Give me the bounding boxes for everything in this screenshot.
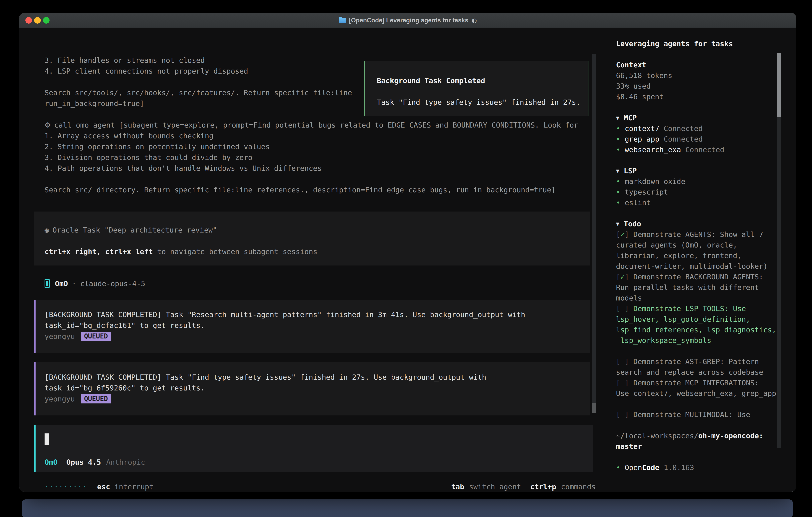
minimize-button[interactable] [34, 17, 41, 24]
task-message-line: task_id="bg_6f59260c" to get results. [45, 383, 590, 393]
folder-icon [339, 18, 346, 23]
omo-agent-icon [45, 279, 50, 288]
oracle-icon: ◉ [45, 225, 49, 236]
switch-agent-label: switch agent [469, 482, 521, 492]
mcp-item: •context7 Connected [616, 123, 796, 134]
zoom-button[interactable] [43, 17, 50, 24]
sidebar-scrollbar-thumb[interactable] [777, 53, 781, 117]
output-line [45, 174, 578, 185]
prompt-input[interactable]: OmO Opus 4.5 Anthropic [34, 425, 593, 472]
toast-notification: Background Task Completed Task "Find typ… [365, 61, 588, 116]
bullet-icon: • [616, 135, 620, 143]
task-message-line: task_id="bg_dcfac161" to get results. [45, 320, 590, 331]
lsp-heading: LSP [624, 166, 637, 176]
mcp-item-status: Connected [685, 145, 724, 154]
esc-key-hint: esc [97, 482, 110, 492]
branch-name: master [616, 441, 796, 452]
context-heading: Context [616, 60, 796, 70]
background-window [22, 499, 793, 517]
output-line: 2. String operations on potentially unde… [45, 141, 578, 152]
mcp-section-header[interactable]: ▼ MCP [616, 113, 796, 123]
traffic-lights [25, 17, 50, 24]
mcp-item: •websearch_exa Connected [616, 144, 796, 155]
main-scrollbar-thumb[interactable] [592, 403, 596, 413]
todo-item-done: [✓] Demonstrate AGENTS: Show all 7 curat… [616, 229, 796, 272]
mcp-item-status: Connected [664, 135, 703, 143]
input-cursor [45, 433, 49, 445]
terminal-output-top: 3. File handles or streams not closed 4.… [45, 55, 352, 109]
session-title: Leveraging agents for tasks [616, 38, 796, 49]
context-tokens: 66,518 tokens [616, 70, 796, 81]
terminal-window: [OpenCode] Leveraging agents for tasks ◐… [19, 13, 796, 492]
output-line: 4. LSP client connections not properly d… [45, 66, 352, 77]
titlebar[interactable]: [OpenCode] Leveraging agents for tasks ◐ [19, 13, 796, 28]
window-title-group: [OpenCode] Leveraging agents for tasks ◐ [339, 17, 477, 24]
tool-call-line: call_omo_agent [subagent_type=explore, p… [54, 120, 578, 131]
workspace-path: ~/local-workspaces/oh-my-opencode: [616, 430, 796, 441]
todo-item-pending: [ ] Demonstrate MULTIMODAL: Use [616, 409, 796, 420]
mcp-item-status: Connected [664, 124, 703, 133]
todo-item-current: [ ] Demonstrate LSP TOOLS: Use lsp_hover… [616, 303, 796, 346]
todo-item-done: [✓] Demonstrate BACKGROUND AGENTS: Run p… [616, 272, 796, 303]
lsp-item: •eslint [616, 197, 796, 208]
sidebar-scrollbar-track [777, 53, 781, 448]
agent-name: OmO [55, 279, 68, 288]
check-icon: ✓ [620, 273, 625, 281]
task-message-line: [BACKGROUND TASK COMPLETED] Task "Resear… [45, 309, 590, 320]
output-line: 3. File handles or streams not closed [45, 55, 352, 66]
mcp-item-name: context7 [625, 124, 659, 133]
bullet-icon: • [616, 198, 620, 207]
spinner-dots: ········· [45, 482, 87, 492]
ctrl-p-key-hint: ctrl+p [530, 482, 556, 492]
bullet-icon: • [616, 463, 620, 472]
bullet-icon: • [616, 145, 620, 154]
lsp-item-name: markdown-oxide [625, 177, 685, 186]
lsp-section-header[interactable]: ▼ LSP [616, 166, 796, 176]
gear-icon: ⚙ [45, 120, 51, 131]
output-line: run_in_background=true] [45, 98, 352, 109]
bullet-icon: • [616, 188, 620, 196]
session-progress-icon: ◐ [471, 17, 477, 24]
input-model-name: Opus 4.5 [66, 458, 101, 466]
task-block: [BACKGROUND TASK COMPLETED] Task "Find t… [34, 362, 590, 415]
context-spent: $0.46 spent [616, 91, 796, 102]
todo-section-header[interactable]: ▼ Todo [616, 219, 796, 229]
queued-badge: QUEUED [81, 394, 111, 404]
main-scrollbar-track [592, 54, 596, 413]
collapse-icon: ▼ [616, 113, 619, 123]
commands-label: commands [561, 482, 596, 492]
output-line: Search src/ directory. Return specific f… [45, 185, 578, 195]
mcp-heading: MCP [624, 113, 637, 123]
task-author: yeongyu [45, 332, 75, 341]
lsp-item-name: typescript [625, 188, 668, 196]
output-line: 4. Path operations that don't handle Win… [45, 163, 578, 174]
collapse-icon: ▼ [616, 166, 619, 176]
close-button[interactable] [25, 17, 32, 24]
terminal-content: 3. File handles or streams not closed 4.… [19, 28, 796, 492]
agent-model: claude-opus-4-5 [80, 279, 145, 288]
mcp-item-name: websearch_exa [625, 145, 681, 154]
collapse-icon: ▼ [616, 219, 619, 229]
input-model-row: OmO Opus 4.5 Anthropic [45, 457, 593, 467]
toast-title: Background Task Completed [377, 75, 588, 86]
status-bar: ········· esc interrupt tab switch agent… [45, 482, 596, 492]
lsp-item: •typescript [616, 187, 796, 197]
todo-item-pending: [ ] Demonstrate MCP INTEGRATIONS: Use co… [616, 377, 796, 399]
output-line [45, 77, 352, 87]
mcp-item: •grep_app Connected [616, 134, 796, 144]
todo-heading: Todo [624, 219, 641, 229]
mcp-item-name: grep_app [625, 135, 659, 143]
task-message-line: [BACKGROUND TASK COMPLETED] Task "Find t… [45, 372, 590, 383]
lsp-item-name: eslint [625, 198, 651, 207]
bullet-icon: • [616, 124, 620, 133]
lsp-item: •markdown-oxide [616, 176, 796, 187]
tool-call-output: ⚙ call_omo_agent [subagent_type=explore,… [45, 120, 578, 195]
output-line: Search src/tools/, src/hooks/, src/featu… [45, 87, 352, 98]
tab-key-hint: tab [451, 482, 464, 492]
queued-badge: QUEUED [81, 332, 111, 341]
oracle-task-panel: ◉ Oracle Task "Deep architecture review"… [34, 212, 590, 266]
context-used: 33% used [616, 81, 796, 91]
task-block: [BACKGROUND TASK COMPLETED] Task "Resear… [34, 300, 590, 353]
oracle-task-label: Oracle Task "Deep architecture review" [53, 225, 217, 236]
bullet-icon: • [616, 177, 620, 186]
